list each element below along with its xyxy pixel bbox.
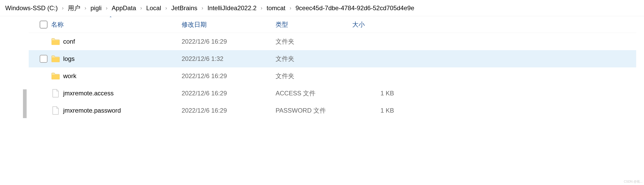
sort-asc-icon: ⌃	[109, 16, 112, 20]
breadcrumb-item[interactable]: Local	[146, 4, 161, 12]
row-checkbox[interactable]	[36, 89, 51, 97]
right-scrollbar[interactable]	[636, 16, 644, 185]
cell-date: 2022/12/6 16:29	[182, 72, 276, 80]
file-name: logs	[63, 55, 75, 62]
cell-name[interactable]: work	[51, 72, 182, 80]
breadcrumb-item[interactable]: 用户	[68, 4, 80, 12]
left-scrollbar[interactable]	[21, 16, 29, 185]
cell-date: 2022/12/6 1:32	[182, 55, 276, 62]
select-all-checkbox[interactable]	[36, 21, 51, 28]
column-header-name[interactable]: 名称 ⌃	[51, 20, 182, 29]
breadcrumb-item[interactable]: tomcat	[267, 4, 285, 12]
file-list: 名称 ⌃ 修改日期 类型 大小 conf2022/12/6 16:29文件夹lo…	[29, 16, 636, 185]
breadcrumb-item[interactable]: JetBrains	[171, 4, 197, 12]
folder-icon	[51, 55, 60, 63]
table-row[interactable]: logs2022/12/6 1:32文件夹	[29, 50, 636, 67]
folder-icon	[51, 38, 60, 45]
cell-date: 2022/12/6 16:29	[182, 90, 276, 97]
row-checkbox[interactable]	[36, 38, 51, 45]
chevron-right-icon: ›	[62, 5, 64, 11]
file-name: work	[63, 72, 76, 80]
file-name: jmxremote.access	[63, 90, 114, 97]
cell-date: 2022/12/6 16:29	[182, 38, 276, 45]
cell-date: 2022/12/6 16:29	[182, 107, 276, 114]
cell-type: 文件夹	[276, 37, 352, 46]
cell-type: PASSWORD 文件	[276, 106, 352, 115]
row-checkbox[interactable]	[36, 107, 51, 114]
cell-name[interactable]: jmxremote.access	[51, 89, 182, 97]
file-name: jmxremote.password	[63, 107, 121, 114]
row-checkbox[interactable]	[36, 72, 51, 80]
breadcrumb-item[interactable]: 9ceec45d-7dbe-4784-92d6-52cd705d4e9e	[295, 4, 414, 12]
cell-name[interactable]: conf	[51, 38, 182, 45]
breadcrumb-item[interactable]: IntelliJIdea2022.2	[207, 4, 257, 12]
chevron-right-icon: ›	[106, 5, 108, 11]
table-header: 名称 ⌃ 修改日期 类型 大小	[29, 16, 636, 33]
left-spacer	[0, 16, 21, 185]
table-row[interactable]: work2022/12/6 16:29文件夹	[29, 67, 636, 85]
column-header-size[interactable]: 大小	[352, 20, 404, 29]
column-header-date[interactable]: 修改日期	[182, 20, 276, 29]
chevron-right-icon: ›	[261, 5, 263, 11]
chevron-right-icon: ›	[290, 5, 291, 11]
table-row[interactable]: conf2022/12/6 16:29文件夹	[29, 33, 636, 50]
cell-type: ACCESS 文件	[276, 89, 352, 97]
chevron-right-icon: ›	[85, 5, 86, 11]
breadcrumb: Windows-SSD (C:) › 用户 › pigli › AppData …	[0, 0, 644, 16]
breadcrumb-item[interactable]: pigli	[91, 4, 102, 12]
breadcrumb-item[interactable]: AppData	[112, 4, 136, 12]
cell-type: 文件夹	[276, 72, 352, 80]
scrollbar-thumb[interactable]	[23, 89, 27, 118]
file-name: conf	[63, 38, 75, 45]
watermark: CSDN @视...	[624, 180, 642, 184]
breadcrumb-item[interactable]: Windows-SSD (C:)	[5, 4, 58, 12]
cell-type: 文件夹	[276, 55, 352, 63]
cell-size: 1 KB	[352, 107, 404, 114]
cell-name[interactable]: logs	[51, 55, 182, 63]
chevron-right-icon: ›	[140, 5, 142, 11]
cell-name[interactable]: jmxremote.password	[51, 107, 182, 114]
cell-size: 1 KB	[352, 90, 404, 97]
folder-icon	[51, 72, 60, 80]
column-label: 名称	[51, 20, 64, 29]
row-checkbox[interactable]	[36, 55, 51, 63]
chevron-right-icon: ›	[201, 5, 203, 11]
file-icon	[51, 89, 60, 97]
file-icon	[51, 107, 60, 114]
table-row[interactable]: jmxremote.access2022/12/6 16:29ACCESS 文件…	[29, 85, 636, 102]
column-header-type[interactable]: 类型	[276, 20, 352, 29]
chevron-right-icon: ›	[165, 5, 167, 11]
table-row[interactable]: jmxremote.password2022/12/6 16:29PASSWOR…	[29, 102, 636, 119]
